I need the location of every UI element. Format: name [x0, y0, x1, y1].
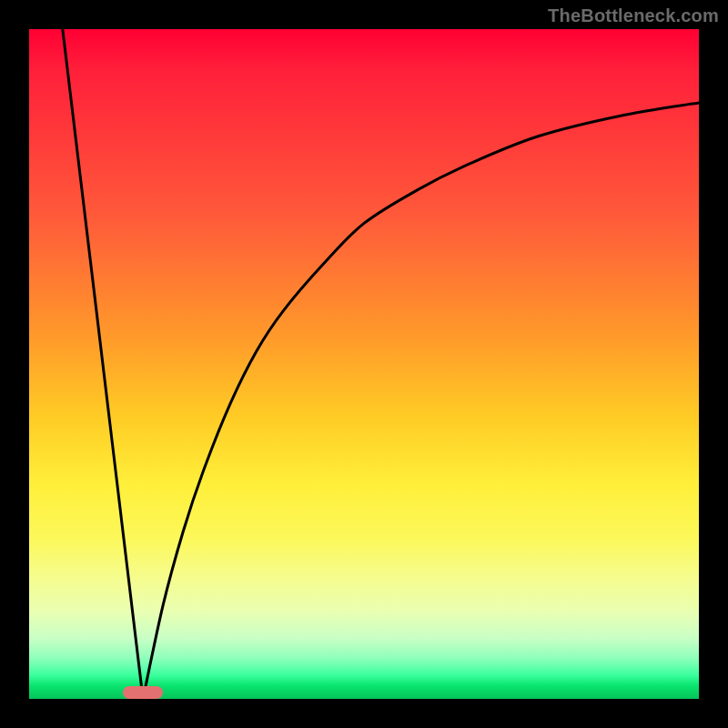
- curve-right-segment: [143, 103, 699, 699]
- bottleneck-marker: [123, 686, 163, 699]
- curve-left-segment: [63, 29, 143, 699]
- curve-layer: [29, 29, 699, 699]
- watermark-text: TheBottleneck.com: [548, 5, 719, 26]
- chart-frame: TheBottleneck.com: [0, 0, 728, 728]
- plot-area: [29, 29, 699, 699]
